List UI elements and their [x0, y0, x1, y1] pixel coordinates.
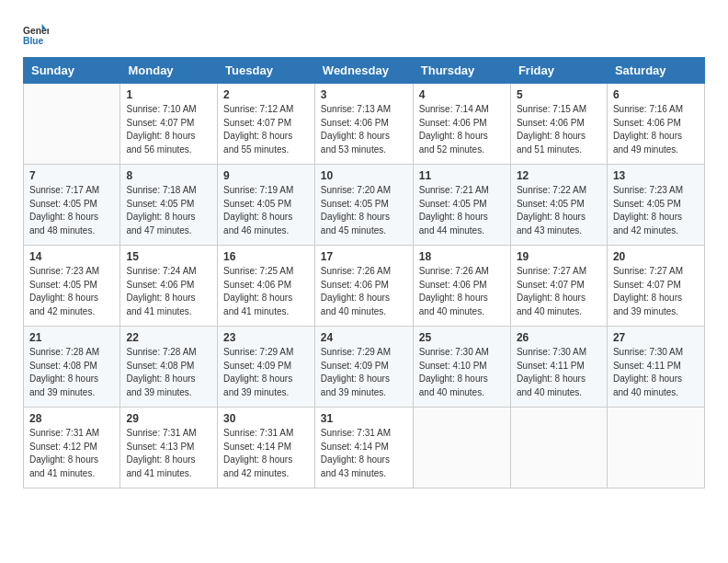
day-info: Sunrise: 7:16 AMSunset: 4:06 PMDaylight:…	[613, 104, 683, 155]
day-number: 26	[517, 331, 601, 344]
day-info: Sunrise: 7:13 AMSunset: 4:06 PMDaylight:…	[321, 104, 391, 155]
calendar-cell: 24 Sunrise: 7:29 AMSunset: 4:09 PMDaylig…	[314, 327, 413, 408]
day-info: Sunrise: 7:12 AMSunset: 4:07 PMDaylight:…	[223, 104, 293, 155]
calendar-cell: 27 Sunrise: 7:30 AMSunset: 4:11 PMDaylig…	[607, 327, 704, 408]
day-info: Sunrise: 7:23 AMSunset: 4:05 PMDaylight:…	[29, 266, 99, 316]
weekday-header-sunday: Sunday	[24, 58, 120, 84]
calendar-cell: 13 Sunrise: 7:23 AMSunset: 4:05 PMDaylig…	[607, 165, 704, 246]
calendar-cell	[607, 408, 704, 488]
calendar-cell: 9 Sunrise: 7:19 AMSunset: 4:05 PMDayligh…	[218, 165, 315, 246]
calendar-cell: 1 Sunrise: 7:10 AMSunset: 4:07 PMDayligh…	[120, 84, 218, 165]
day-info: Sunrise: 7:27 AMSunset: 4:07 PMDaylight:…	[613, 266, 683, 316]
calendar-cell: 23 Sunrise: 7:29 AMSunset: 4:09 PMDaylig…	[218, 327, 315, 408]
calendar-cell: 14 Sunrise: 7:23 AMSunset: 4:05 PMDaylig…	[24, 246, 120, 327]
day-number: 13	[613, 169, 699, 182]
calendar-cell: 2 Sunrise: 7:12 AMSunset: 4:07 PMDayligh…	[218, 84, 315, 165]
calendar-week-row: 7 Sunrise: 7:17 AMSunset: 4:05 PMDayligh…	[24, 165, 705, 246]
calendar-cell: 8 Sunrise: 7:18 AMSunset: 4:05 PMDayligh…	[120, 165, 218, 246]
calendar-cell: 5 Sunrise: 7:15 AMSunset: 4:06 PMDayligh…	[510, 84, 607, 165]
calendar-cell: 21 Sunrise: 7:28 AMSunset: 4:08 PMDaylig…	[24, 327, 120, 408]
header: General Blue	[23, 18, 705, 48]
day-number: 15	[126, 250, 211, 263]
day-info: Sunrise: 7:30 AMSunset: 4:10 PMDaylight:…	[419, 347, 489, 397]
calendar-cell: 22 Sunrise: 7:28 AMSunset: 4:08 PMDaylig…	[120, 327, 218, 408]
day-number: 22	[126, 331, 211, 344]
day-number: 10	[321, 169, 407, 182]
calendar-cell: 19 Sunrise: 7:27 AMSunset: 4:07 PMDaylig…	[510, 246, 607, 327]
day-number: 5	[517, 88, 601, 101]
day-number: 11	[419, 169, 505, 182]
calendar-cell	[413, 408, 510, 488]
svg-text:Blue: Blue	[23, 36, 44, 46]
day-info: Sunrise: 7:24 AMSunset: 4:06 PMDaylight:…	[126, 266, 196, 316]
day-number: 3	[321, 88, 407, 101]
calendar-week-row: 21 Sunrise: 7:28 AMSunset: 4:08 PMDaylig…	[24, 327, 705, 408]
calendar-cell: 28 Sunrise: 7:31 AMSunset: 4:12 PMDaylig…	[24, 408, 120, 488]
day-info: Sunrise: 7:18 AMSunset: 4:05 PMDaylight:…	[126, 185, 196, 236]
calendar-cell: 10 Sunrise: 7:20 AMSunset: 4:05 PMDaylig…	[314, 165, 413, 246]
day-info: Sunrise: 7:10 AMSunset: 4:07 PMDaylight:…	[126, 104, 196, 155]
day-number: 21	[29, 331, 114, 344]
calendar-cell: 6 Sunrise: 7:16 AMSunset: 4:06 PMDayligh…	[607, 84, 704, 165]
day-number: 20	[613, 250, 699, 263]
day-info: Sunrise: 7:14 AMSunset: 4:06 PMDaylight:…	[419, 104, 489, 155]
day-info: Sunrise: 7:31 AMSunset: 4:14 PMDaylight:…	[321, 428, 391, 478]
calendar-cell	[24, 84, 120, 165]
day-number: 30	[223, 412, 309, 425]
day-number: 6	[613, 88, 699, 101]
weekday-header-row: SundayMondayTuesdayWednesdayThursdayFrid…	[24, 58, 705, 84]
weekday-header-monday: Monday	[120, 58, 218, 84]
weekday-header-saturday: Saturday	[607, 58, 704, 84]
day-number: 17	[321, 250, 407, 263]
day-number: 27	[613, 331, 699, 344]
day-info: Sunrise: 7:31 AMSunset: 4:14 PMDaylight:…	[223, 428, 293, 478]
day-info: Sunrise: 7:29 AMSunset: 4:09 PMDaylight:…	[321, 347, 391, 397]
day-info: Sunrise: 7:29 AMSunset: 4:09 PMDaylight:…	[223, 347, 293, 397]
day-info: Sunrise: 7:27 AMSunset: 4:07 PMDaylight:…	[517, 266, 586, 316]
day-info: Sunrise: 7:19 AMSunset: 4:05 PMDaylight:…	[223, 185, 293, 236]
calendar-cell: 3 Sunrise: 7:13 AMSunset: 4:06 PMDayligh…	[314, 84, 413, 165]
calendar-cell: 4 Sunrise: 7:14 AMSunset: 4:06 PMDayligh…	[413, 84, 510, 165]
calendar-cell: 12 Sunrise: 7:22 AMSunset: 4:05 PMDaylig…	[510, 165, 607, 246]
weekday-header-thursday: Thursday	[413, 58, 510, 84]
calendar-week-row: 1 Sunrise: 7:10 AMSunset: 4:07 PMDayligh…	[24, 84, 705, 165]
day-info: Sunrise: 7:26 AMSunset: 4:06 PMDaylight:…	[419, 266, 489, 316]
calendar-cell: 26 Sunrise: 7:30 AMSunset: 4:11 PMDaylig…	[510, 327, 607, 408]
day-number: 19	[517, 250, 601, 263]
day-number: 23	[223, 331, 309, 344]
day-number: 31	[321, 412, 407, 425]
day-info: Sunrise: 7:23 AMSunset: 4:05 PMDaylight:…	[613, 185, 683, 236]
page: General Blue SundayMondayTuesdayWednesda…	[0, 0, 728, 563]
calendar-cell: 20 Sunrise: 7:27 AMSunset: 4:07 PMDaylig…	[607, 246, 704, 327]
day-info: Sunrise: 7:22 AMSunset: 4:05 PMDaylight:…	[517, 185, 586, 236]
day-info: Sunrise: 7:28 AMSunset: 4:08 PMDaylight:…	[126, 347, 196, 397]
day-number: 29	[126, 412, 211, 425]
day-info: Sunrise: 7:26 AMSunset: 4:06 PMDaylight:…	[321, 266, 391, 316]
day-info: Sunrise: 7:15 AMSunset: 4:06 PMDaylight:…	[517, 104, 586, 155]
day-number: 14	[29, 250, 114, 263]
logo: General Blue	[23, 22, 51, 48]
day-info: Sunrise: 7:20 AMSunset: 4:05 PMDaylight:…	[321, 185, 391, 236]
day-number: 4	[419, 88, 505, 101]
day-number: 7	[29, 169, 114, 182]
day-number: 25	[419, 331, 505, 344]
day-number: 2	[223, 88, 309, 101]
calendar-week-row: 14 Sunrise: 7:23 AMSunset: 4:05 PMDaylig…	[24, 246, 705, 327]
calendar-cell	[510, 408, 607, 488]
calendar-table: SundayMondayTuesdayWednesdayThursdayFrid…	[23, 57, 705, 488]
calendar-cell: 7 Sunrise: 7:17 AMSunset: 4:05 PMDayligh…	[24, 165, 120, 246]
calendar-week-row: 28 Sunrise: 7:31 AMSunset: 4:12 PMDaylig…	[24, 408, 705, 488]
day-info: Sunrise: 7:31 AMSunset: 4:12 PMDaylight:…	[29, 428, 99, 478]
day-info: Sunrise: 7:30 AMSunset: 4:11 PMDaylight:…	[613, 347, 683, 397]
day-number: 1	[126, 88, 211, 101]
day-info: Sunrise: 7:21 AMSunset: 4:05 PMDaylight:…	[419, 185, 489, 236]
day-number: 18	[419, 250, 505, 263]
weekday-header-tuesday: Tuesday	[218, 58, 315, 84]
calendar-cell: 30 Sunrise: 7:31 AMSunset: 4:14 PMDaylig…	[218, 408, 315, 488]
calendar-cell: 15 Sunrise: 7:24 AMSunset: 4:06 PMDaylig…	[120, 246, 218, 327]
calendar-cell: 31 Sunrise: 7:31 AMSunset: 4:14 PMDaylig…	[314, 408, 413, 488]
day-number: 8	[126, 169, 211, 182]
day-info: Sunrise: 7:31 AMSunset: 4:13 PMDaylight:…	[126, 428, 196, 478]
calendar-cell: 25 Sunrise: 7:30 AMSunset: 4:10 PMDaylig…	[413, 327, 510, 408]
day-info: Sunrise: 7:17 AMSunset: 4:05 PMDaylight:…	[29, 185, 99, 236]
